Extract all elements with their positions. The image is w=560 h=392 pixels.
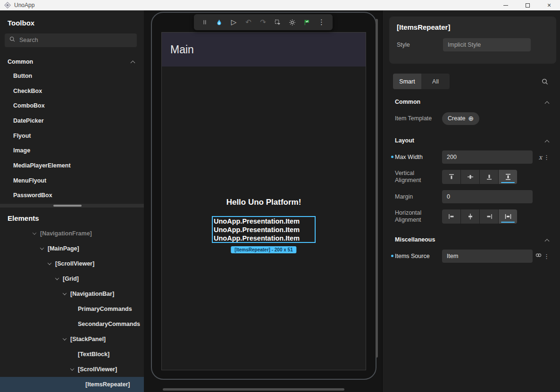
toolbox-search-input[interactable] [19,37,133,43]
selected-itemsrepeater-outline[interactable]: UnoApp.Presentation.Item UnoApp.Presenta… [212,216,316,243]
tab-all[interactable]: All [421,74,450,89]
x-bind-icon[interactable]: x [539,154,542,161]
designer-toolbar: ▷ ↶ ↷ ⋮ [194,14,333,30]
tree-item-label: [Grid] [63,275,79,282]
binding-icon[interactable] [535,252,542,261]
margin-input[interactable] [442,190,533,203]
chevron-up-icon [545,140,550,144]
chevron-down-icon[interactable] [63,291,67,295]
hot-reload-flame-icon[interactable] [213,16,226,28]
canvas-vertical-scrollbar[interactable] [376,19,378,358]
create-button-label: Create [448,115,466,122]
toolbox-item-checkbox[interactable]: CheckBox [0,83,144,99]
stretch-horizontal-button[interactable] [499,209,517,224]
align-left-button[interactable] [442,209,460,224]
chevron-down-icon[interactable] [40,246,44,250]
design-canvas[interactable]: Main Hello Uno Platform! UnoApp.Presenta… [144,10,382,392]
chevron-down-icon[interactable] [48,261,51,265]
search-icon [9,36,16,44]
selected-control-card: [ItemsRepeater] Style [389,17,556,64]
items-source-input[interactable] [442,250,533,263]
max-width-row: Max Width x ⋮ [383,148,560,167]
align-center-vertical-button[interactable] [461,170,479,184]
tab-smart[interactable]: Smart [393,74,421,89]
vertical-alignment-row: Vertical Alignment [383,167,560,187]
toolbox-item-button[interactable]: Button [0,68,144,83]
tree-item-textblock[interactable]: [TextBlock] [0,347,144,362]
tree-item-mainpage[interactable]: [MainPage] [0,241,144,256]
chevron-down-icon[interactable] [70,367,74,370]
tree-item-scrollviewer-2[interactable]: [ScrollViewer] [0,362,144,377]
chevron-down-icon[interactable] [63,336,67,340]
align-top-button[interactable] [442,170,460,184]
section-common[interactable]: Common [383,95,560,109]
toolbox-item-passwordbox[interactable]: PasswordBox [0,188,144,203]
undo-icon[interactable]: ↶ [242,16,255,28]
preview-hello-text[interactable]: Hello Uno Platform! [162,198,366,207]
chevron-spacer [71,323,74,325]
stretch-vertical-button[interactable] [499,170,517,184]
toolbox-item-datepicker[interactable]: DatePicker [0,113,144,128]
align-bottom-button[interactable] [480,170,498,184]
tree-item-grid[interactable]: [Grid] [0,271,144,286]
drag-handle-icon[interactable] [199,16,211,28]
app-preview[interactable]: Main Hello Uno Platform! UnoApp.Presenta… [161,32,366,370]
toolbox-item-image[interactable]: Image [0,143,144,158]
align-center-horizontal-button[interactable] [461,209,479,224]
toolbox-search[interactable] [5,33,137,47]
play-icon[interactable]: ▷ [228,16,240,28]
toolbox-item-mediaplayerelement[interactable]: MediaPlayerElement [0,158,144,173]
theme-icon[interactable] [286,16,299,28]
chevron-down-icon[interactable] [33,231,36,234]
tree-item-scrollviewer[interactable]: [ScrollViewer] [0,256,144,271]
toolbox-section-common[interactable]: Common [0,55,144,69]
repeater-item[interactable]: UnoApp.Presentation.Item [214,225,315,234]
toolbox-item-combobox[interactable]: ComboBox [0,99,144,114]
modified-indicator-dot [391,156,393,158]
repeater-item[interactable]: UnoApp.Presentation.Item [214,217,315,225]
preview-body[interactable]: Hello Uno Platform! UnoApp.Presentation.… [162,67,366,370]
tree-item-label: [MainPage] [48,245,79,252]
tree-item-label: SecondaryCommands [78,321,140,327]
section-layout-label: Layout [395,137,414,144]
repeater-item[interactable]: UnoApp.Presentation.Item [214,234,315,242]
max-width-input[interactable] [442,150,533,164]
close-button[interactable]: × [538,0,560,10]
toolbox-item-flyout[interactable]: Flyout [0,128,144,143]
redo-icon[interactable]: ↷ [257,16,269,28]
device-frame: Main Hello Uno Platform! UnoApp.Presenta… [151,12,376,380]
section-layout[interactable]: Layout [383,133,560,148]
tree-item-primarycommands[interactable]: PrimaryCommands [0,301,144,317]
minimize-button[interactable] [495,0,517,10]
margin-row: Margin [383,187,560,206]
more-icon[interactable]: ⋮ [543,154,550,161]
align-right-button[interactable] [480,209,498,224]
style-input[interactable] [443,38,531,51]
toolbox-item-menuflyout[interactable]: MenuFlyout [0,173,144,188]
chevron-up-icon [545,101,550,106]
preview-navbar[interactable]: Main [162,33,366,67]
tree-item-stackpanel[interactable]: [StackPanel] [0,332,144,347]
chevron-down-icon[interactable] [55,276,59,280]
element-picker-icon[interactable] [272,16,284,28]
toolbox-horizontal-scrollbar[interactable] [0,204,144,208]
properties-search-icon[interactable] [541,78,549,85]
more-icon[interactable]: ⋮ [543,253,550,260]
maximize-button[interactable] [517,0,538,10]
horizontal-alignment-row: Horizontal Alignment [383,206,560,227]
tree-item-navigationframe[interactable]: [NavigationFrame] [0,226,144,241]
section-miscellaneous[interactable]: Miscellaneous [383,233,560,247]
create-item-template-button[interactable]: Create ⊕ [442,112,479,125]
canvas-horizontal-scrollbar[interactable] [163,388,344,391]
tree-item-navigationbar[interactable]: [NavigationBar] [0,286,144,301]
more-options-icon[interactable]: ⋮ [316,16,328,28]
left-sidebar: Toolbox Common Button CheckBox ComboBox … [0,10,144,392]
vertical-alignment-group [442,170,517,184]
minimize-icon [503,5,508,6]
modified-indicator-dot [391,255,393,257]
tree-item-secondarycommands[interactable]: SecondaryCommands [0,317,144,332]
tree-item-itemsrepeater[interactable]: [ItemsRepeater] [0,377,144,392]
tree-item-label: [TextBlock] [78,351,109,358]
scrollbar-thumb[interactable] [53,205,82,207]
checkered-flag-icon[interactable] [301,16,313,28]
